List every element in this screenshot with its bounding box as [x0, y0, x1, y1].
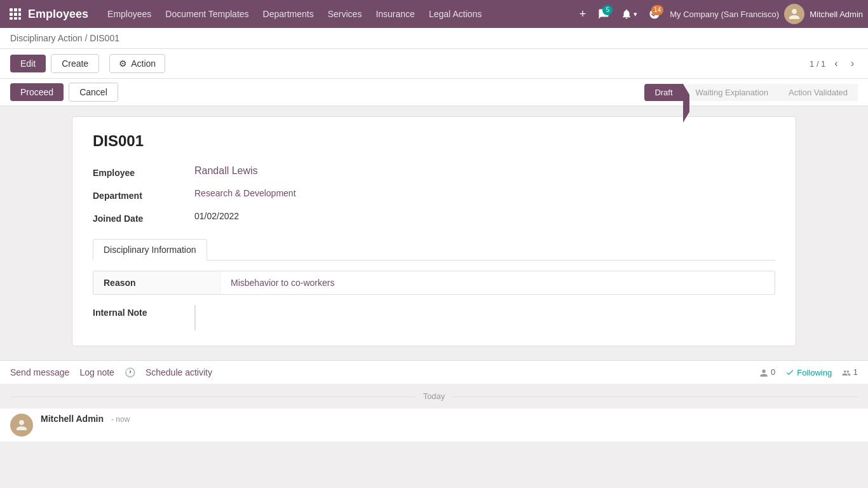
- cancel-button[interactable]: Cancel: [69, 83, 118, 102]
- disciplinary-table: Reason Misbehavior to co-workers: [93, 271, 775, 295]
- stage-waiting[interactable]: Waiting Explanation: [683, 84, 778, 101]
- following-button[interactable]: Following: [785, 368, 832, 377]
- content-area: DIS001 Employee Randall Lewis Department…: [0, 106, 868, 360]
- record-id: DIS001: [93, 132, 775, 150]
- prev-button[interactable]: ‹: [831, 57, 841, 71]
- log-note-button[interactable]: Log note: [79, 367, 114, 377]
- edit-button[interactable]: Edit: [10, 55, 46, 72]
- messages-button[interactable]: 5: [593, 4, 614, 24]
- action-button-label: Action: [131, 58, 156, 69]
- toolbar-right: 1 / 1 ‹ ›: [810, 57, 858, 71]
- reason-row: Reason Misbehavior to co-workers: [93, 271, 775, 294]
- menu-services[interactable]: Services: [322, 6, 369, 22]
- comment-row: Mitchell Admin - now: [0, 409, 868, 442]
- user-name: Mitchell Admin: [810, 10, 863, 19]
- breadcrumb-bar: Disciplinary Action / DIS001: [0, 28, 868, 49]
- proceed-button[interactable]: Proceed: [10, 83, 64, 101]
- svg-rect-7: [14, 17, 17, 20]
- tabs-bar: Disciplinary Information: [93, 239, 775, 261]
- today-divider: Today: [0, 384, 868, 409]
- toolbar: Edit Create Action 1 / 1 ‹ ›: [0, 49, 868, 79]
- schedule-icon: 🕐: [125, 367, 135, 377]
- messages-badge: 5: [602, 5, 613, 15]
- form-card: DIS001 Employee Randall Lewis Department…: [72, 116, 796, 346]
- joined-date-value: 01/02/2022: [194, 211, 239, 221]
- department-value[interactable]: Research & Development: [194, 188, 296, 198]
- menu-employees[interactable]: Employees: [101, 6, 158, 22]
- svg-rect-1: [14, 8, 17, 11]
- activity-button[interactable]: 14: [644, 4, 665, 24]
- svg-rect-2: [18, 8, 21, 11]
- comment-author: Mitchell Admin: [41, 414, 104, 424]
- activity-badge: 14: [651, 5, 663, 15]
- app-brand: Employees: [28, 8, 88, 21]
- company-name[interactable]: My Company (San Francisco): [670, 10, 779, 19]
- gear-icon: [119, 58, 127, 69]
- reason-value[interactable]: Misbehavior to co-workers: [220, 271, 775, 294]
- create-button[interactable]: Create: [51, 54, 99, 73]
- top-navigation: Employees Employees Document Templates D…: [0, 0, 868, 28]
- svg-rect-3: [10, 13, 13, 16]
- add-menu-button[interactable]: +: [574, 8, 592, 21]
- svg-rect-0: [10, 8, 13, 11]
- svg-rect-6: [10, 17, 13, 20]
- next-button[interactable]: ›: [847, 57, 858, 71]
- user-avatar[interactable]: [784, 4, 804, 24]
- workflow-stages: Draft Waiting Explanation Action Validat…: [644, 84, 858, 101]
- internal-note-label: Internal Note: [93, 305, 194, 318]
- schedule-activity-button[interactable]: Schedule activity: [146, 367, 212, 377]
- comment-time: - now: [111, 415, 130, 424]
- chatter-bar: Send message Log note 🕐 Schedule activit…: [0, 360, 868, 384]
- department-field: Department Research & Development: [93, 188, 775, 201]
- internal-note-input[interactable]: [194, 305, 775, 330]
- internal-note-field: Internal Note: [93, 305, 775, 330]
- notifications-button[interactable]: ▾: [619, 4, 639, 24]
- stage-validated[interactable]: Action Validated: [778, 84, 858, 101]
- action-button[interactable]: Action: [109, 54, 165, 73]
- comment-avatar: [10, 414, 33, 437]
- joined-date-field: Joined Date 01/02/2022: [93, 211, 775, 224]
- breadcrumb: Disciplinary Action / DIS001: [10, 33, 119, 43]
- employee-value[interactable]: Randall Lewis: [194, 165, 258, 177]
- members-count[interactable]: 1: [842, 367, 858, 377]
- menu-document-templates[interactable]: Document Templates: [159, 6, 255, 22]
- top-menu: Employees Document Templates Departments…: [101, 6, 572, 22]
- nav-count: 1 / 1: [810, 59, 825, 69]
- menu-departments[interactable]: Departments: [257, 6, 320, 22]
- menu-legal-actions[interactable]: Legal Actions: [423, 6, 488, 22]
- comment-content: Mitchell Admin - now: [41, 414, 130, 424]
- topnav-right-area: 5 ▾ 14 My Company (San Francisco) Mitche…: [593, 4, 863, 24]
- svg-rect-8: [18, 17, 21, 20]
- reason-label: Reason: [93, 271, 220, 294]
- menu-insurance[interactable]: Insurance: [369, 6, 421, 22]
- svg-rect-5: [18, 13, 21, 16]
- svg-rect-4: [14, 13, 17, 16]
- chatter-right: 0 Following 1: [759, 367, 858, 377]
- employee-label: Employee: [93, 165, 194, 178]
- grid-menu-icon[interactable]: [5, 4, 25, 24]
- workflow-bar: Proceed Cancel Draft Waiting Explanation…: [0, 79, 868, 106]
- tab-disciplinary-info[interactable]: Disciplinary Information: [93, 239, 207, 261]
- send-message-button[interactable]: Send message: [10, 367, 69, 377]
- employee-field: Employee Randall Lewis: [93, 165, 775, 178]
- stage-draft[interactable]: Draft: [644, 84, 682, 101]
- followers-count: 0: [759, 367, 775, 377]
- department-label: Department: [93, 188, 194, 201]
- joined-date-label: Joined Date: [93, 211, 194, 224]
